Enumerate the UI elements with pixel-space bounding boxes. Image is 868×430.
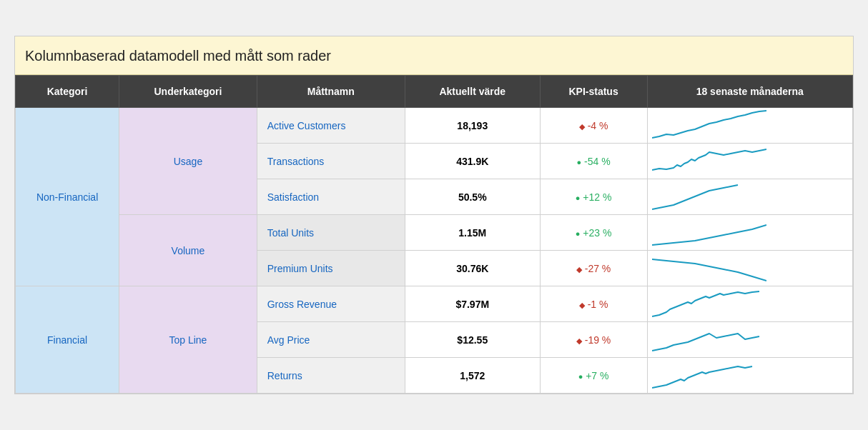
sparkline-cell xyxy=(647,215,852,251)
kpi-cell: ◆ -1 % xyxy=(540,286,647,322)
kpi-cell: ◆ -4 % xyxy=(540,108,647,144)
matt-link[interactable]: Returns xyxy=(267,370,302,381)
report-container: Kolumnbaserad datamodell med mått som ra… xyxy=(14,36,854,394)
matt-cell[interactable]: Premium Units xyxy=(257,251,405,286)
kpi-cell: ● +7 % xyxy=(540,358,647,394)
matt-cell[interactable]: Returns xyxy=(257,358,405,394)
value-cell: 50.5% xyxy=(405,179,540,215)
value-cell: $12.55 xyxy=(405,322,540,358)
underkategori-cell[interactable]: Top Line xyxy=(119,286,257,394)
title-bar: Kolumnbaserad datamodell med mått som ra… xyxy=(15,36,853,75)
kpi-cell: ◆ -19 % xyxy=(540,322,647,358)
value-cell: $7.97M xyxy=(405,286,540,322)
matt-cell[interactable]: Active Customers xyxy=(257,108,405,144)
underkategori-cell[interactable]: Usage xyxy=(119,108,257,215)
matt-link[interactable]: Premium Units xyxy=(267,263,333,274)
sparkline-cell xyxy=(647,286,852,322)
header-aktuellt: Aktuellt värde xyxy=(405,76,540,108)
header-spark: 18 senaste månaderna xyxy=(647,76,852,108)
matt-link[interactable]: Gross Revenue xyxy=(267,299,337,310)
sparkline-cell xyxy=(647,108,852,144)
value-cell: 1.15M xyxy=(405,215,540,251)
value-cell: 1,572 xyxy=(405,358,540,394)
kpi-cell: ● -54 % xyxy=(540,144,647,179)
underkategori-link[interactable]: Usage xyxy=(174,156,202,167)
data-table: Kategori Underkategori Måttnamn Aktuellt… xyxy=(15,75,853,394)
header-mattnamn: Måttnamn xyxy=(257,76,405,108)
underkategori-cell[interactable]: Volume xyxy=(119,215,257,286)
matt-cell[interactable]: Total Units xyxy=(257,215,405,251)
kpi-cell: ● +12 % xyxy=(540,179,647,215)
header-kategori: Kategori xyxy=(16,76,119,108)
sparkline-cell xyxy=(647,144,852,179)
kategori-cell[interactable]: Non-Financial xyxy=(16,108,119,286)
matt-link[interactable]: Transactions xyxy=(267,156,325,167)
sparkline-cell xyxy=(647,251,852,286)
matt-cell[interactable]: Satisfaction xyxy=(257,179,405,215)
kategori-cell[interactable]: Financial xyxy=(16,286,119,394)
value-cell: 431.9K xyxy=(405,144,540,179)
table-header-row: Kategori Underkategori Måttnamn Aktuellt… xyxy=(16,76,853,108)
matt-link[interactable]: Avg Price xyxy=(267,334,310,346)
kpi-cell: ● +23 % xyxy=(540,215,647,251)
kpi-cell: ◆ -27 % xyxy=(540,251,647,286)
kategori-link[interactable]: Non-Financial xyxy=(36,191,98,203)
sparkline-cell xyxy=(647,322,852,358)
kategori-link[interactable]: Financial xyxy=(47,334,87,346)
matt-cell[interactable]: Transactions xyxy=(257,144,405,179)
matt-link[interactable]: Satisfaction xyxy=(267,191,319,203)
matt-link[interactable]: Total Units xyxy=(267,227,314,239)
report-title: Kolumnbaserad datamodell med mått som ra… xyxy=(25,48,843,64)
underkategori-link[interactable]: Top Line xyxy=(169,334,207,346)
sparkline-cell xyxy=(647,179,852,215)
value-cell: 30.76K xyxy=(405,251,540,286)
value-cell: 18,193 xyxy=(405,108,540,144)
matt-cell[interactable]: Gross Revenue xyxy=(257,286,405,322)
header-underkategori: Underkategori xyxy=(119,76,257,108)
matt-cell[interactable]: Avg Price xyxy=(257,322,405,358)
header-kpi: KPI-status xyxy=(540,76,647,108)
sparkline-cell xyxy=(647,358,852,394)
matt-link[interactable]: Active Customers xyxy=(267,120,346,131)
underkategori-link[interactable]: Volume xyxy=(172,245,205,256)
